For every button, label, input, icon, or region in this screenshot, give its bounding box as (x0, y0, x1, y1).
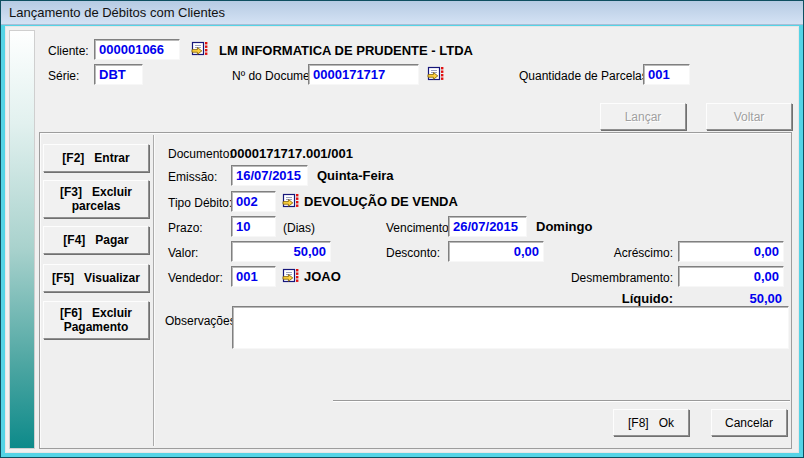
observacoes-label: Observações: (165, 314, 239, 328)
gradient-strip (9, 30, 35, 449)
footer-divider (333, 400, 790, 401)
panel-separator (153, 135, 154, 446)
desconto-label: Desconto: (386, 246, 440, 260)
cancelar-button[interactable]: Cancelar (711, 409, 787, 436)
serie-input[interactable] (94, 64, 143, 85)
vendedor-lookup-icon[interactable] (281, 268, 300, 284)
vendedor-label: Vendedor: (168, 271, 223, 285)
tipo-debito-lookup-icon[interactable] (281, 193, 300, 209)
client-area: Cliente: LM INFORMATICA DE PRUDENTE - LT… (5, 26, 799, 453)
parcelas-label: Quantidade de Parcelas: (519, 69, 651, 83)
acrescimo-input[interactable] (678, 241, 784, 262)
vencimento-weekday: Domingo (536, 219, 592, 234)
emissao-label: Emissão: (168, 170, 217, 184)
documento-input[interactable] (308, 64, 419, 85)
acrescimo-label: Acréscimo: (490, 246, 673, 260)
tipo-debito-descricao: DEVOLUÇÃO DE VENDA (304, 194, 458, 209)
desmembramento-label: Desmembramento: (490, 271, 673, 285)
emissao-input[interactable] (231, 165, 308, 186)
cliente-label: Cliente: (48, 44, 89, 58)
valor-input[interactable] (231, 241, 331, 262)
documento-lookup-icon[interactable] (426, 66, 445, 82)
detail-panel: [F2] Entrar [F3] Excluir parcelas [F4] P… (39, 132, 792, 449)
detail-documento-value: 0000171717.001/001 (230, 146, 353, 161)
f6-excluir-pagamento-button[interactable]: [F6] Excluir Pagamento (43, 301, 149, 339)
cliente-input[interactable] (94, 39, 180, 60)
prazo-unidade: (Dias) (283, 221, 315, 235)
f3-excluir-parcelas-button[interactable]: [F3] Excluir parcelas (43, 180, 149, 218)
emissao-weekday: Quinta-Feira (317, 168, 394, 183)
vencimento-input[interactable] (448, 216, 527, 237)
liquido-label: Líquido: (490, 291, 673, 306)
title-bar: Lançamento de Débitos com Clientes (1, 1, 803, 25)
voltar-button[interactable]: Voltar (706, 103, 792, 130)
vendedor-input[interactable] (231, 266, 276, 287)
tipo-debito-input[interactable] (231, 191, 276, 212)
f5-visualizar-button[interactable]: [F5] Visualizar (43, 264, 149, 292)
debit-entry-window: Lançamento de Débitos com Clientes Clien… (0, 0, 804, 458)
desmembramento-input[interactable] (678, 266, 784, 287)
serie-label: Série: (48, 69, 79, 83)
detail-documento-label: Documento: (168, 147, 233, 161)
prazo-label: Prazo: (168, 221, 203, 235)
valor-label: Valor: (168, 246, 198, 260)
tipo-debito-label: Tipo Débito: (168, 196, 232, 210)
cliente-lookup-icon[interactable] (190, 41, 209, 57)
prazo-input[interactable] (231, 216, 276, 237)
f4-pagar-button[interactable]: [F4] Pagar (43, 226, 149, 254)
liquido-value: 50,00 (678, 291, 782, 306)
ok-button[interactable]: [F8] Ok (613, 409, 689, 436)
f2-entrar-button[interactable]: [F2] Entrar (43, 144, 149, 172)
parcelas-input[interactable] (643, 64, 690, 85)
cliente-name: LM INFORMATICA DE PRUDENTE - LTDA (219, 43, 473, 58)
window-title: Lançamento de Débitos com Clientes (9, 5, 225, 20)
observacoes-input[interactable] (232, 306, 789, 349)
lancar-button[interactable]: Lançar (600, 103, 686, 130)
vendedor-nome: JOAO (304, 269, 341, 284)
vencimento-label: Vencimento: (386, 221, 452, 235)
